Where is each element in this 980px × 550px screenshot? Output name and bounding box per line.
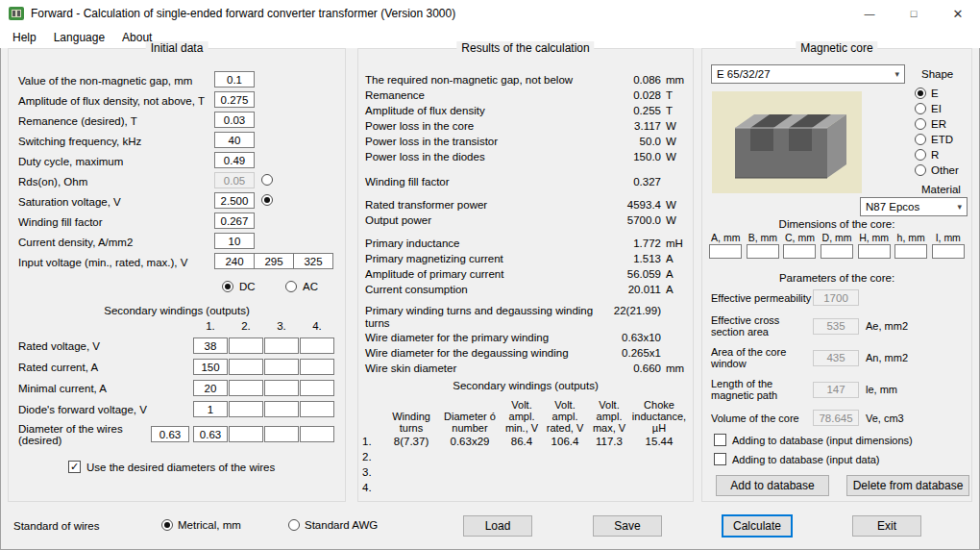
- wire-diameter-input[interactable]: [193, 426, 228, 442]
- add-dimensions-checkbox[interactable]: [714, 434, 726, 446]
- shape-r-label[interactable]: R: [931, 149, 939, 161]
- result-row: The required non-magnetic gap, not below…: [358, 72, 693, 88]
- result-row: Wire skin diameter0.660mm: [358, 361, 693, 376]
- rated-current-input[interactable]: [193, 359, 228, 375]
- diode-voltage-input[interactable]: [229, 401, 263, 417]
- diode-voltage-input[interactable]: [300, 401, 334, 417]
- rated-voltage-input[interactable]: [193, 338, 228, 354]
- shape-etd-radio[interactable]: [915, 134, 926, 145]
- shape-option-other[interactable]: Other: [915, 162, 959, 177]
- shape-e-label[interactable]: E: [931, 88, 939, 99]
- shape-er-label[interactable]: ER: [931, 118, 946, 130]
- result-unit: A: [661, 284, 686, 295]
- ac-radio[interactable]: [285, 281, 297, 292]
- shape-er-radio[interactable]: [915, 118, 926, 130]
- saturation-radio[interactable]: [261, 194, 273, 206]
- material-select[interactable]: N87 Epcos ▾: [860, 197, 968, 216]
- shape-r-radio[interactable]: [915, 149, 926, 161]
- dim-label-a: A, mm: [707, 232, 745, 243]
- maximize-icon[interactable]: □: [892, 0, 936, 27]
- dim-d-input[interactable]: [821, 244, 853, 259]
- dc-radio[interactable]: [222, 281, 233, 292]
- rated-voltage-input[interactable]: [300, 338, 334, 354]
- dim-h-cap-input[interactable]: [858, 244, 891, 259]
- add-dimensions-row[interactable]: Adding to database (input dimensions): [714, 434, 913, 446]
- rated-current-input[interactable]: [300, 359, 334, 375]
- use-desired-label[interactable]: Use the desired diameters of the wires: [86, 462, 275, 473]
- diode-voltage-input[interactable]: [264, 401, 299, 417]
- result-unit: W: [661, 136, 686, 147]
- shape-option-r[interactable]: R: [915, 147, 939, 162]
- shape-option-er[interactable]: ER: [915, 116, 946, 131]
- metric-label[interactable]: Metrical, mm: [178, 519, 241, 531]
- flux-density-input[interactable]: [214, 91, 255, 108]
- rated-voltage-input[interactable]: [264, 338, 299, 354]
- duty-cycle-input[interactable]: [214, 152, 255, 168]
- rated-current-input[interactable]: [264, 359, 299, 375]
- shape-ei-radio[interactable]: [915, 103, 926, 114]
- save-button[interactable]: Save: [593, 515, 662, 537]
- delete-from-database-button[interactable]: Delete from database: [846, 475, 969, 496]
- dc-label[interactable]: DC: [239, 281, 256, 292]
- shape-etd-label[interactable]: ETD: [931, 134, 953, 145]
- shape-ei-label[interactable]: EI: [931, 103, 942, 114]
- secondary-windings-title: Secondary windings (outputs): [9, 305, 345, 318]
- gap-input[interactable]: [214, 71, 255, 88]
- field-label: Input voltage (min., rated, max.), V: [18, 257, 210, 268]
- awg-radio[interactable]: [288, 519, 300, 531]
- saturation-voltage-input[interactable]: [214, 192, 255, 209]
- wire-diameter-input[interactable]: [264, 426, 299, 442]
- add-data-label[interactable]: Adding to database (input data): [732, 454, 880, 465]
- calculate-button[interactable]: Calculate: [722, 514, 793, 538]
- rated-current-input[interactable]: [229, 359, 263, 375]
- shape-option-etd[interactable]: ETD: [915, 132, 953, 146]
- diode-voltage-input[interactable]: [193, 401, 228, 417]
- shape-other-label[interactable]: Other: [931, 164, 959, 176]
- menu-language[interactable]: Language: [45, 27, 113, 48]
- minimal-current-input[interactable]: [229, 380, 263, 396]
- load-button[interactable]: Load: [463, 515, 532, 537]
- frequency-input[interactable]: [214, 132, 255, 148]
- fill-factor-input[interactable]: [214, 212, 255, 229]
- close-icon[interactable]: ✕: [936, 0, 980, 27]
- add-data-row[interactable]: Adding to database (input data): [714, 453, 880, 465]
- desired-diameter-input[interactable]: [151, 426, 189, 442]
- dim-b-input[interactable]: [747, 244, 779, 259]
- voltage-min-input[interactable]: [214, 253, 255, 269]
- metric-radio[interactable]: [161, 519, 173, 531]
- shape-e-radio[interactable]: [915, 88, 926, 99]
- results-table-row: 3.: [358, 464, 693, 480]
- dim-c-input[interactable]: [783, 244, 816, 259]
- use-desired-checkbox[interactable]: ✓: [68, 461, 81, 473]
- awg-option[interactable]: Standard AWG: [288, 519, 378, 531]
- minimal-current-input[interactable]: [264, 380, 299, 396]
- add-data-checkbox[interactable]: [714, 453, 726, 465]
- rds-radio[interactable]: [261, 174, 273, 186]
- voltage-rated-input[interactable]: [254, 253, 294, 269]
- result-value: 0.327: [605, 176, 661, 188]
- remanence-input[interactable]: [214, 112, 255, 128]
- shape-option-e[interactable]: E: [915, 86, 939, 100]
- add-to-database-button[interactable]: Add to database: [716, 475, 829, 496]
- shape-option-ei[interactable]: EI: [915, 101, 942, 115]
- awg-label[interactable]: Standard AWG: [305, 519, 378, 531]
- menu-help[interactable]: Help: [4, 27, 45, 48]
- ac-label[interactable]: AC: [303, 281, 318, 292]
- core-select[interactable]: E 65/32/27 ▾: [711, 64, 905, 84]
- wire-diameter-input[interactable]: [300, 426, 334, 442]
- exit-button[interactable]: Exit: [852, 515, 921, 537]
- dim-i-input[interactable]: [932, 244, 965, 259]
- minimize-icon[interactable]: —: [847, 0, 892, 27]
- current-density-input[interactable]: [214, 233, 255, 249]
- dim-a-input[interactable]: [709, 244, 742, 259]
- voltage-max-input[interactable]: [293, 253, 333, 269]
- minimal-current-input[interactable]: [193, 380, 228, 396]
- wire-diameter-input[interactable]: [229, 426, 263, 442]
- minimal-current-input[interactable]: [300, 380, 334, 396]
- rated-voltage-input[interactable]: [229, 338, 263, 354]
- metric-option[interactable]: Metrical, mm: [161, 519, 241, 531]
- dim-h-input[interactable]: [894, 244, 927, 259]
- add-dimensions-label[interactable]: Adding to database (input dimensions): [732, 435, 913, 446]
- shape-other-radio[interactable]: [915, 164, 926, 176]
- param-label: Volume of the core: [711, 412, 813, 424]
